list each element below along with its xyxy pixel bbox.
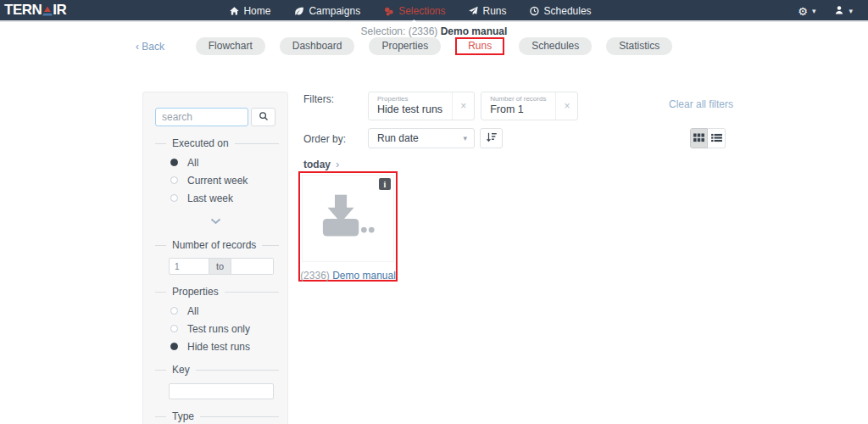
nav-right-controls: ⚙ ▾ ▾ xyxy=(798,0,853,22)
filter-sidebar: Executed on All Current week Last week N… xyxy=(142,92,288,424)
radio-dot xyxy=(170,194,178,202)
active-nav-caret xyxy=(410,20,419,24)
section-title-number-of-records: Number of records xyxy=(155,239,279,251)
selection-id: Selection: (2336) xyxy=(361,25,438,37)
nav-item-home[interactable]: Home xyxy=(229,0,270,22)
nav-item-label: Schedules xyxy=(544,5,592,17)
run-card[interactable]: i xyxy=(302,175,394,262)
grid-view-button[interactable] xyxy=(690,128,708,148)
nav-item-selections[interactable]: Selections xyxy=(383,0,445,22)
chevron-down-icon: ▾ xyxy=(812,7,816,15)
chevron-down-icon xyxy=(210,213,221,228)
list-view-button[interactable] xyxy=(708,128,726,148)
chevron-right-icon[interactable]: › xyxy=(336,158,339,170)
filter-chip-number-of-records: Number of records From 1 × xyxy=(481,92,578,120)
section-title-properties: Properties xyxy=(155,286,279,298)
clear-all-filters-link[interactable]: Clear all filters xyxy=(669,98,733,110)
run-card-annotation: i (2336) Demo manual xyxy=(298,171,398,282)
selection-tabs: Flowchart Dashboard Properties Runs Sche… xyxy=(0,37,868,55)
search-icon xyxy=(259,111,269,124)
filters-label: Filters: xyxy=(303,93,334,105)
run-name-link[interactable]: Demo manual xyxy=(332,270,396,282)
selection-name: Demo manual xyxy=(441,25,508,37)
close-icon: × xyxy=(460,100,466,112)
tab-dashboard[interactable]: Dashboard xyxy=(280,37,355,55)
radio-executed-last-week[interactable]: Last week xyxy=(170,192,287,204)
view-toggle-group xyxy=(690,128,726,148)
logo-text-pre: TERN xyxy=(4,2,42,19)
search-group xyxy=(155,108,275,126)
sort-descending-icon xyxy=(486,131,498,146)
section-title-key: Key xyxy=(155,364,279,376)
records-to-input[interactable] xyxy=(231,258,274,275)
nav-item-schedules[interactable]: Schedules xyxy=(530,0,592,22)
sort-direction-button[interactable] xyxy=(480,128,503,148)
ternair-logo[interactable]: TERN IR xyxy=(4,2,66,19)
radio-dot xyxy=(170,343,178,350)
section-title-type: Type xyxy=(155,410,279,422)
search-button[interactable] xyxy=(251,108,275,126)
section-title-executed-on: Executed on xyxy=(155,137,279,149)
nav-item-label: Selections xyxy=(398,5,445,17)
order-by-value: Run date xyxy=(377,132,463,144)
run-id: (2336) xyxy=(300,270,330,282)
nav-item-label: Home xyxy=(243,5,270,17)
radio-test-runs-only[interactable]: Test runs only xyxy=(170,322,287,335)
selections-icon xyxy=(383,6,394,17)
radio-executed-all[interactable]: All xyxy=(170,156,287,169)
info-badge-icon[interactable]: i xyxy=(379,178,391,190)
radio-dot xyxy=(170,159,178,166)
list-view-icon xyxy=(711,132,722,145)
home-icon xyxy=(229,6,239,16)
tab-statistics[interactable]: Statistics xyxy=(606,37,672,55)
results-group-header: today › xyxy=(303,158,339,170)
logo-text-post: IR xyxy=(53,2,66,19)
run-card-label: (2336) Demo manual xyxy=(300,270,396,282)
tab-runs[interactable]: Runs xyxy=(457,39,503,53)
records-from-input[interactable] xyxy=(169,258,209,275)
active-filter-chips: Properties Hide test runs × Number of re… xyxy=(368,92,578,120)
order-by-select[interactable]: Run date ▾ xyxy=(368,128,475,148)
user-dropdown[interactable]: ▾ xyxy=(834,5,853,18)
filter-chip-properties: Properties Hide test runs × xyxy=(368,92,475,120)
nav-item-runs[interactable]: Runs xyxy=(469,0,507,22)
key-input[interactable] xyxy=(169,383,274,399)
gear-icon: ⚙ xyxy=(798,6,808,17)
selection-title: Selection: (2336) Demo manual xyxy=(0,25,868,37)
search-input[interactable] xyxy=(155,108,248,126)
tab-flowchart[interactable]: Flowchart xyxy=(196,37,265,55)
records-range-group: to xyxy=(169,258,287,275)
radio-properties-all[interactable]: All xyxy=(170,304,287,317)
top-navbar: TERN IR Home Campaigns xyxy=(0,0,868,22)
logo-triangle-icon xyxy=(42,5,53,18)
radio-dot xyxy=(170,307,178,315)
chevron-down-icon: ▾ xyxy=(463,134,467,142)
chip-category: Number of records xyxy=(490,95,546,103)
radio-dot xyxy=(170,325,178,332)
show-more-executed-on[interactable] xyxy=(143,213,287,228)
main-nav: Home Campaigns Selections Runs xyxy=(229,0,591,22)
chip-value: Hide test runs xyxy=(377,103,442,117)
chevron-down-icon: ▾ xyxy=(849,7,853,15)
runs-tab-annotation: Runs xyxy=(455,37,504,55)
group-label: today xyxy=(303,159,331,170)
download-run-icon xyxy=(321,194,376,243)
grid-view-icon xyxy=(693,132,704,145)
user-icon xyxy=(834,5,844,18)
order-by-label: Order by: xyxy=(303,133,346,145)
tab-schedules[interactable]: Schedules xyxy=(519,37,592,55)
radio-dot xyxy=(170,176,178,184)
remove-chip-button[interactable]: × xyxy=(555,92,577,120)
remove-chip-button[interactable]: × xyxy=(452,92,474,120)
settings-dropdown[interactable]: ⚙ ▾ xyxy=(798,6,815,17)
chip-value: From 1 xyxy=(490,103,546,117)
nav-item-campaigns[interactable]: Campaigns xyxy=(293,0,360,22)
chip-category: Properties xyxy=(377,95,442,103)
tab-properties[interactable]: Properties xyxy=(369,37,441,55)
range-separator: to xyxy=(209,258,231,275)
radio-hide-test-runs[interactable]: Hide test runs xyxy=(170,340,287,353)
radio-executed-current-week[interactable]: Current week xyxy=(170,174,287,187)
chip-content: Number of records From 1 xyxy=(481,92,555,120)
chip-content: Properties Hide test runs xyxy=(369,92,452,120)
nav-item-label: Runs xyxy=(483,5,507,17)
